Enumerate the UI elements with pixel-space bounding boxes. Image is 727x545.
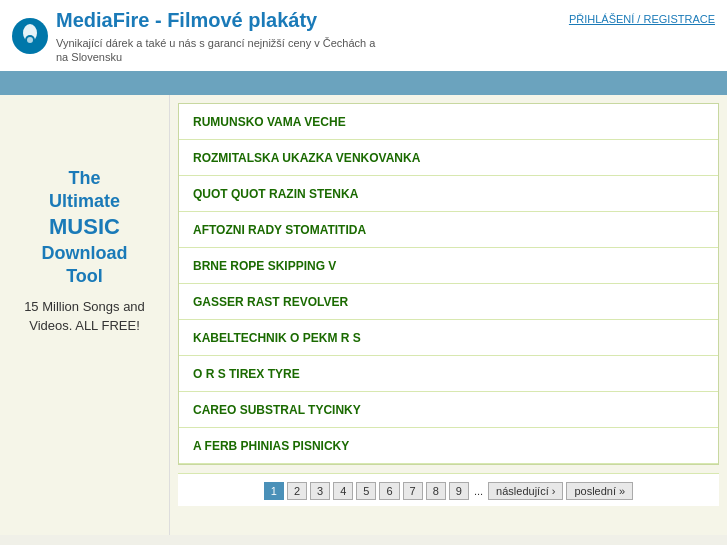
list-item[interactable]: KABELTECHNIK O PEKM R S [179, 320, 718, 356]
page-number-9[interactable]: 9 [449, 482, 469, 500]
page-number-5[interactable]: 5 [356, 482, 376, 500]
last-page-button[interactable]: poslední » [566, 482, 633, 500]
page-number-6[interactable]: 6 [379, 482, 399, 500]
sidebar: The Ultimate MUSIC Download Tool 15 Mill… [0, 95, 170, 535]
list-item[interactable]: ROZMITALSKA UKAZKA VENKOVANKA [179, 140, 718, 176]
next-page-button[interactable]: následující › [488, 482, 563, 500]
header: MediaFire - Filmové plakáty Vynikající d… [0, 0, 727, 73]
list-item[interactable]: QUOT QUOT RAZIN STENKA [179, 176, 718, 212]
ad-box: The Ultimate MUSIC Download Tool 15 Mill… [8, 167, 161, 336]
list-item[interactable]: GASSER RAST REVOLVER [179, 284, 718, 320]
ad-line1: The Ultimate MUSIC Download Tool [8, 167, 161, 289]
list-item[interactable]: A FERB PHINIAS PISNICKY [179, 428, 718, 464]
list-item[interactable]: AFTOZNI RADY STOMATITIDA [179, 212, 718, 248]
content-area: RUMUNSKO VAMA VECHEROZMITALSKA UKAZKA VE… [170, 95, 727, 535]
pagination: 123456789...následující ›poslední » [178, 473, 719, 506]
nav-bar [0, 73, 727, 95]
page-number-8[interactable]: 8 [426, 482, 446, 500]
main-layout: The Ultimate MUSIC Download Tool 15 Mill… [0, 95, 727, 535]
header-right: PŘIHLÁŠENÍ / REGISTRACE [569, 8, 715, 26]
page-number-1[interactable]: 1 [264, 482, 284, 500]
site-title: MediaFire - Filmové plakáty [56, 8, 376, 32]
tagline: Vynikající dárek a také u nás s garancí … [56, 36, 376, 65]
items-list: RUMUNSKO VAMA VECHEROZMITALSKA UKAZKA VE… [178, 103, 719, 465]
logo-icon [12, 18, 48, 54]
pagination-dots: ... [472, 485, 485, 497]
logo-area: MediaFire - Filmové plakáty Vynikající d… [12, 8, 376, 65]
list-item[interactable]: BRNE ROPE SKIPPING V [179, 248, 718, 284]
login-link[interactable]: PŘIHLÁŠENÍ / REGISTRACE [569, 13, 715, 25]
page-number-7[interactable]: 7 [403, 482, 423, 500]
svg-point-3 [27, 37, 33, 43]
page-number-4[interactable]: 4 [333, 482, 353, 500]
list-item[interactable]: CAREO SUBSTRAL TYCINKY [179, 392, 718, 428]
list-item[interactable]: O R S TIREX TYRE [179, 356, 718, 392]
ad-description: 15 Million Songs and Videos. ALL FREE! [8, 297, 161, 336]
page-number-2[interactable]: 2 [287, 482, 307, 500]
list-item[interactable]: RUMUNSKO VAMA VECHE [179, 104, 718, 140]
page-number-3[interactable]: 3 [310, 482, 330, 500]
